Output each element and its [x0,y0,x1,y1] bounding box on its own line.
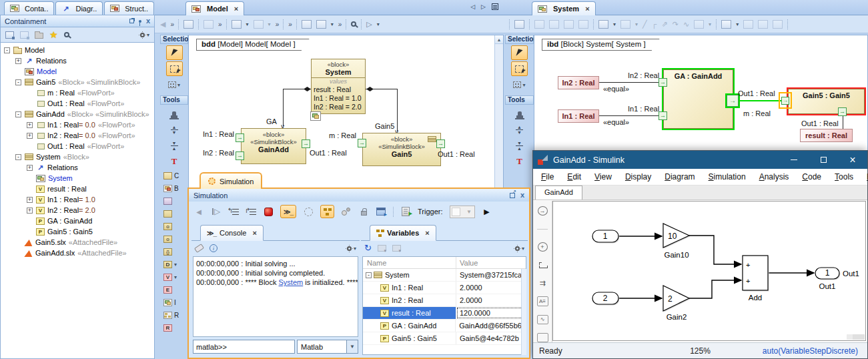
filter-off-icon[interactable] [20,31,29,39]
gain10-value[interactable]: 10 [668,232,677,241]
tree-item[interactable]: Model [1,45,154,55]
hierarchy-icon[interactable] [232,20,242,29]
signal-routing-icon[interactable]: ⇉ [537,278,548,288]
add-label[interactable]: Add [749,294,762,302]
variable-value[interactable]: Gain5@4e4c782b [456,332,526,344]
select-tool-button[interactable] [166,45,183,60]
blank-tool-icon[interactable] [537,333,548,342]
composition-link-ga[interactable] [283,89,284,126]
ga-port-in1[interactable] [659,111,667,120]
variable-value[interactable]: GainAdd@66f55b65 [456,320,526,332]
run-icon[interactable]: ▷ [366,20,372,29]
variable-name-cell[interactable]: result : Real [363,307,456,319]
gainadd-block[interactable]: «block» «SimulinkBlock» GainAdd [241,128,306,164]
info-icon[interactable] [209,244,218,252]
swap-icon[interactable] [694,20,704,29]
layout-icon[interactable] [316,20,326,29]
menu-item[interactable]: Analysis [753,171,796,183]
search-icon[interactable] [64,32,69,37]
step-over-button[interactable] [246,205,256,218]
variables-row[interactable]: result : Real 120.0000 [363,307,526,320]
gain2-value[interactable]: 2 [668,294,673,304]
refresh-icon[interactable] [364,244,372,252]
restore-panel-icon[interactable] [129,19,134,23]
tree-item[interactable]: result : Real [1,184,154,194]
menu-item[interactable]: Diagram [658,171,701,183]
variables-row[interactable]: - System System@37215fca [363,269,526,282]
gainadd-port-in2[interactable] [236,151,244,160]
curve-line-icon[interactable]: ↷ [673,20,679,29]
connector-in1[interactable] [599,115,659,116]
menu-item[interactable]: View [588,171,618,183]
tree-item[interactable]: Gain5 : Gain5 [1,226,154,237]
text-tool-button[interactable]: T [166,154,183,169]
palette-item-enumeration[interactable] [163,248,188,256]
console-options-button[interactable]: ▾ [347,246,356,252]
variables-scrollbar[interactable] [521,269,526,355]
tab-model[interactable]: Model × [185,1,244,15]
tree-item[interactable]: System [1,173,154,184]
tab-variables[interactable]: Variables × [370,225,436,241]
animation-button[interactable] [303,205,314,218]
variables-toggle-button[interactable] [320,205,334,218]
gain5-block[interactable]: «block» «SimulinkBlock» Gain5 [362,133,441,166]
inport1-label[interactable]: 1 [603,232,608,241]
export-button[interactable] [376,205,386,218]
canvas-scroll-nub[interactable] [853,334,865,340]
simulink-canvas[interactable]: 1 10 Gain10 2 2 Gain2 [552,201,866,341]
breakpoints-button[interactable] [341,205,352,218]
palette-item-rdiagram[interactable]: R [163,311,188,319]
variable-name-cell[interactable]: - System [363,269,456,281]
column-value[interactable]: Value [456,259,526,267]
variables-options-button[interactable]: ▾ [515,246,524,252]
variables-row[interactable]: In2 : Real 2.0000 [363,294,526,307]
tree-item[interactable]: Gain5.slx «AttachedFile» [1,237,154,248]
step-forward-icon[interactable]: → [538,206,548,216]
export-icon[interactable] [392,245,401,252]
menu-item[interactable]: File [534,171,560,183]
tree-expander[interactable] [27,122,33,128]
tree-item[interactable]: m : Real «FlowPort» [1,87,154,98]
gain5-port-out1[interactable] [436,139,445,148]
menu-item[interactable]: Tools [828,171,860,183]
distribute-tool-button[interactable]: ▲▼ [511,122,528,137]
marquee-tool-button[interactable] [166,61,183,76]
tree-item[interactable]: Gain5 «Block» «SimulinkBlock» [1,77,154,87]
ga-port-in2[interactable] [659,78,667,87]
close-tab-icon[interactable]: × [585,5,589,13]
gain5-port-m[interactable] [358,139,366,147]
tree-expander[interactable] [15,154,21,160]
float-panel-icon[interactable] [510,193,515,198]
console-language-select[interactable]: Matlab ▼ [297,340,358,354]
simulation-header[interactable]: Simulation x [189,189,529,202]
console-log-link[interactable]: System [279,278,304,286]
toolbar-overflow-icon[interactable]: » [288,21,292,28]
close-tab-icon[interactable]: × [252,229,256,237]
palette-item-ibd[interactable]: I [163,298,188,306]
open-folder-icon[interactable] [35,33,43,39]
diagram-list-icon[interactable] [492,3,498,10]
palette-item-block[interactable] [163,210,188,218]
toolbar-overflow-icon[interactable]: » [218,21,222,28]
favorites-icon[interactable]: ★ [49,31,58,39]
related-elements-icon[interactable] [254,20,264,29]
tree-expander[interactable] [27,208,33,214]
prev-diagram-icon[interactable]: ◁ [470,3,475,10]
palette-item-bdd[interactable]: B [163,184,188,192]
connector-in2[interactable] [599,82,659,83]
menu-item[interactable]: Simulation [702,171,753,183]
tree-item[interactable]: Relations [1,55,154,66]
menu-item[interactable]: Help [860,171,868,183]
menu-item[interactable]: Display [618,171,658,183]
gain5-part[interactable]: Gain5 : Gain5 [788,89,865,114]
tree-expander[interactable] [15,79,21,85]
paint-icon[interactable] [721,20,731,29]
variable-name-cell[interactable]: Gain5 : Gain5 [363,332,456,344]
step-into-button[interactable] [228,205,239,218]
tree-expander[interactable] [15,58,21,64]
delete-icon[interactable] [564,20,574,29]
variable-name-cell[interactable]: In1 : Real [363,282,456,294]
tree-expander[interactable] [15,111,21,117]
in1-part[interactable]: In1 : Real [558,109,599,123]
variable-value[interactable]: 2.0000 [456,294,526,306]
